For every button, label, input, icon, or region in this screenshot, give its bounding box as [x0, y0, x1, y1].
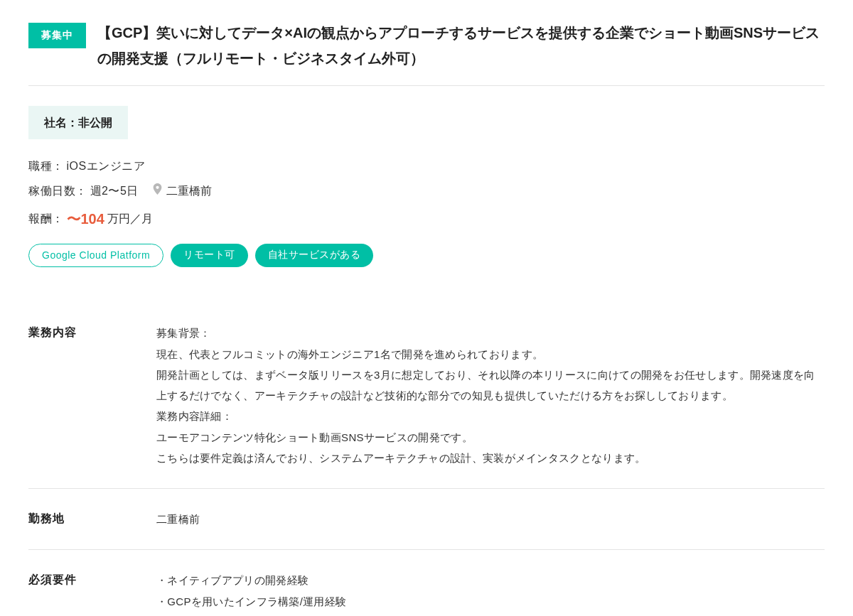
meta-role-label: 職種： [28, 156, 64, 175]
section-body-location: 二重橋前 [156, 509, 825, 529]
header-row: 募集中 【GCP】笑いに対してデータ×AIの観点からアプローチするサービスを提供… [28, 20, 825, 86]
meta-days: 稼働日数：週2〜5日 二重橋前 [28, 181, 825, 200]
meta-role: 職種：iOSエンジニア [28, 156, 825, 175]
job-text-line: 募集背景： [156, 323, 825, 343]
job-posting-page: 募集中 【GCP】笑いに対してデータ×AIの観点からアプローチするサービスを提供… [0, 0, 853, 616]
meta-days-value: 週2〜5日 [90, 181, 139, 200]
job-text-line: 開発計画としては、まずベータ版リリースを3月に想定しており、それ以降の本リリース… [156, 364, 825, 406]
section-requirements: 必須要件 ・ネイティブアプリの開発経験 ・GCPを用いたインフラ構築/運用経験 … [28, 550, 825, 616]
meta-location: 二重橋前 [166, 181, 212, 200]
meta-list: 職種：iOSエンジニア 稼働日数：週2〜5日 二重橋前 報酬：〜104万円／月 [28, 156, 825, 230]
req-line: ・GCPを用いたインフラ構築/運用経験 [156, 591, 825, 612]
section-location: 勤務地 二重橋前 [28, 489, 825, 550]
meta-salary: 報酬：〜104万円／月 [28, 207, 825, 231]
section-label-requirements: 必須要件 [28, 570, 142, 616]
section-body-requirements: ・ネイティブアプリの開発経験 ・GCPを用いたインフラ構築/運用経験 ・英語での… [156, 570, 825, 616]
tag-remote[interactable]: リモート可 [171, 244, 248, 268]
section-body-job: 募集背景： 現在、代表とフルコミットの海外エンジニア1名で開発を進められておりま… [156, 323, 825, 468]
page-title: 【GCP】笑いに対してデータ×AIの観点からアプローチするサービスを提供する企業… [97, 20, 825, 71]
meta-role-value: iOSエンジニア [67, 156, 146, 175]
tag-list: Google Cloud Platform リモート可 自社サービスがある [28, 244, 825, 268]
req-line: ・ネイティブアプリの開発経験 [156, 570, 825, 590]
job-text-line: こちらは要件定義は済んでおり、システムアーキテクチャの設計、実装がメインタスクと… [156, 448, 825, 468]
section-label-location: 勤務地 [28, 509, 142, 529]
req-line: ・英語でのコミュニケーション [156, 612, 825, 616]
meta-days-label: 稼働日数： [28, 181, 87, 200]
meta-salary-label: 報酬： [28, 209, 64, 228]
location-pin-icon [153, 181, 162, 200]
job-text-line: 業務内容詳細： [156, 406, 825, 426]
job-text-line: 現在、代表とフルコミットの海外エンジニア1名で開発を進められております。 [156, 344, 825, 364]
tag-own-service[interactable]: 自社サービスがある [255, 244, 374, 268]
tag-tech[interactable]: Google Cloud Platform [28, 244, 163, 268]
status-badge: 募集中 [28, 23, 86, 48]
job-text-line: ユーモアコンテンツ特化ショート動画SNSサービスの開発です。 [156, 427, 825, 448]
company-name-box: 社名：非公開 [28, 106, 128, 139]
section-job-description: 業務内容 募集背景： 現在、代表とフルコミットの海外エンジニア1名で開発を進めら… [28, 303, 825, 489]
meta-salary-value: 〜104 [67, 207, 104, 231]
meta-salary-unit: 万円／月 [107, 209, 153, 228]
section-label-job: 業務内容 [28, 323, 142, 468]
